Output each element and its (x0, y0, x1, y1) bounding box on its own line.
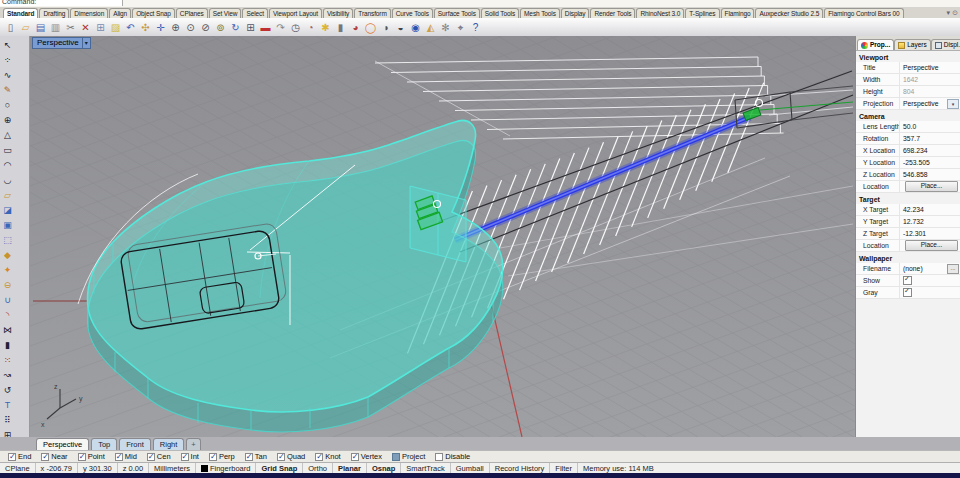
walkabout-icon[interactable]: ◔ (303, 20, 318, 35)
viewport-layout-icon[interactable]: ⊞ (243, 20, 258, 35)
property-value[interactable]: 698.234 (900, 145, 960, 156)
print-icon[interactable]: ▥ (48, 20, 63, 35)
place-button[interactable]: Place... (905, 240, 958, 251)
property-value[interactable]: 804 (900, 86, 960, 97)
ribbon-tab-flamingo-control-bars-00[interactable]: Flamingo Control Bars 00 (824, 8, 903, 18)
zoom-window-icon[interactable]: ⊙ (183, 20, 198, 35)
rotate-icon[interactable]: ↺ (0, 383, 15, 398)
point-cloud-icon[interactable]: ⁙ (0, 353, 15, 368)
chevron-down-icon[interactable]: ▾ (947, 99, 959, 109)
options-icon[interactable]: ✻ (438, 20, 453, 35)
panel-tab-prop[interactable]: Prop... (857, 39, 894, 50)
boolean-union-icon[interactable]: ∪ (0, 293, 15, 308)
osnap-vertex-checkbox[interactable] (351, 453, 359, 461)
explode-icon[interactable]: ✦ (0, 263, 15, 278)
property-value[interactable]: -12.301 (900, 228, 960, 239)
text-tool-icon[interactable]: T (0, 398, 15, 413)
arc-blend-icon[interactable]: ◡ (0, 173, 15, 188)
rectangle-icon[interactable]: ▭ (0, 143, 15, 158)
ribbon-tab-visibility[interactable]: Visibility (323, 8, 353, 18)
ribbon-tab-set-view[interactable]: Set View (209, 8, 242, 18)
cut-icon[interactable]: ✂ (63, 20, 78, 35)
solid-box-icon[interactable]: ▣ (0, 218, 15, 233)
lock-objects-icon[interactable]: ▮ (0, 338, 15, 353)
property-value[interactable] (900, 275, 960, 286)
property-value[interactable]: Place... (900, 240, 960, 251)
osnap-project-checkbox[interactable] (392, 453, 400, 461)
osnap-vertex[interactable]: Vertex (351, 452, 382, 461)
selection-filter-icon[interactable]: ◭ (423, 20, 438, 35)
ribbon-tab-standard[interactable]: Standard (3, 8, 38, 18)
osnap-near[interactable]: Near (41, 452, 67, 461)
ribbon-tab-render-tools[interactable]: Render Tools (590, 8, 635, 18)
chevron-down-icon[interactable]: ▾ (947, 9, 951, 17)
xray-mode-icon[interactable]: ◑ (378, 20, 393, 35)
osnap-near-checkbox[interactable] (41, 453, 49, 461)
fillet-icon[interactable]: ◝ (0, 308, 15, 323)
ribbon-tab-display[interactable]: Display (561, 8, 590, 18)
viewport-tab-top[interactable]: Top (91, 438, 117, 450)
ribbon-tab-rhinonest-3-0[interactable]: RhinoNest 3.0 (636, 8, 684, 18)
osnap-point-checkbox[interactable] (78, 453, 86, 461)
viewport-tab-right[interactable]: Right (153, 438, 185, 450)
curve-icon[interactable]: ∿ (0, 68, 15, 83)
circle-icon[interactable]: ○ (0, 98, 15, 113)
viewport-perspective[interactable]: Perspective ▾ (30, 36, 855, 437)
osnap-mid[interactable]: Mid (115, 452, 137, 461)
copy-icon[interactable]: ⊞ (93, 20, 108, 35)
osnap-mid-checkbox[interactable] (115, 453, 123, 461)
osnap-perp[interactable]: Perp (209, 452, 235, 461)
paste-icon[interactable]: ▨ (108, 20, 123, 35)
move-icon[interactable]: ✛ (153, 20, 168, 35)
rotate-view-icon[interactable]: ↻ (228, 20, 243, 35)
osnap-int-checkbox[interactable] (181, 453, 189, 461)
render-preview-icon[interactable]: ◯ (363, 20, 378, 35)
curve-edit-icon[interactable]: ✎ (0, 83, 15, 98)
truss-rod[interactable] (455, 117, 750, 240)
circle-center-icon[interactable]: ⊕ (0, 113, 15, 128)
osnap-knot[interactable]: Knot (315, 452, 340, 461)
surface-icon[interactable]: ▱ (0, 188, 15, 203)
control-points-icon[interactable]: ⁘ (0, 53, 15, 68)
ribbon-tab-flamingo[interactable]: Flamingo (721, 8, 755, 18)
sweep-icon[interactable]: ↝ (0, 368, 15, 383)
lock-icon[interactable]: ▮ (333, 20, 348, 35)
place-button[interactable]: Place... (905, 181, 958, 192)
osnap-tan-checkbox[interactable] (245, 453, 253, 461)
property-value[interactable]: 12.732 (900, 216, 960, 227)
shaded-mode-icon[interactable]: ◕ (348, 20, 363, 35)
gray-checkbox[interactable] (903, 288, 912, 297)
ribbon-tab-mesh-tools[interactable]: Mesh Tools (520, 8, 560, 18)
osnap-cen[interactable]: Cen (147, 452, 171, 461)
property-value[interactable]: 357.7 (900, 133, 960, 144)
redo-view-change-icon[interactable]: ↷ (273, 20, 288, 35)
panel-tab-layers[interactable]: Layers (894, 39, 931, 50)
ribbon-tab-auxpecker-studio-2-5[interactable]: Auxpecker Studio 2.5 (755, 8, 823, 18)
osnap-disable[interactable]: Disable (435, 452, 470, 461)
osnap-quad[interactable]: Quad (277, 452, 305, 461)
ribbon-tab-transform[interactable]: Transform (354, 8, 390, 18)
rendered-mode-icon[interactable]: ◉ (408, 20, 423, 35)
new-file-icon[interactable]: ▯ (3, 20, 18, 35)
arc-icon[interactable]: ◠ (0, 158, 15, 173)
viewport-tab-add[interactable]: + (186, 438, 200, 450)
polyline-icon[interactable]: △ (0, 128, 15, 143)
osnap-cen-checkbox[interactable] (147, 453, 155, 461)
cplane-tool-icon[interactable]: ⌖ (453, 20, 468, 35)
ribbon-tab-object-snap[interactable]: Object Snap (132, 8, 175, 18)
tab-options-icon[interactable]: ⊙ (952, 9, 958, 17)
viewport-tab-perspective[interactable]: Perspective (36, 438, 89, 450)
undo-icon[interactable]: ↶ (123, 20, 138, 35)
show-checkbox[interactable] (903, 276, 912, 285)
ribbon-tab-select[interactable]: Select (242, 8, 267, 18)
boolean-split-icon[interactable]: ◆ (0, 248, 15, 263)
solid-extrude-icon[interactable]: ⬚ (0, 233, 15, 248)
viewport-tab-front[interactable]: Front (119, 438, 151, 450)
property-value[interactable]: 546.858 (900, 169, 960, 180)
pan-view-icon[interactable]: ✣ (138, 20, 153, 35)
osnap-point[interactable]: Point (78, 452, 105, 461)
property-value[interactable]: -253.505 (900, 157, 960, 168)
osnap-end[interactable]: End (8, 452, 31, 461)
save-file-icon[interactable]: ▤ (33, 20, 48, 35)
lights-icon[interactable]: ✱ (318, 20, 333, 35)
